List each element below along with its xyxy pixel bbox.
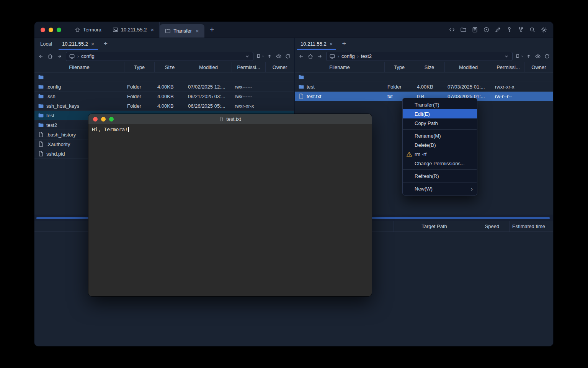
file-owner-cell (265, 92, 294, 101)
close-tab-icon[interactable]: × (330, 41, 333, 47)
file-row-config[interactable]: .configFolder4.00KB07/02/2025 12:...rwx-… (34, 82, 294, 92)
new-tab-button[interactable]: + (100, 38, 112, 50)
pencil-icon[interactable] (494, 26, 501, 34)
close-tab-icon[interactable]: × (91, 41, 95, 47)
back-button[interactable] (36, 52, 45, 61)
file-table-header: FilenameTypeSizeModifiedPermissi...Owner (34, 62, 294, 72)
panel-tab-local[interactable]: Local (35, 38, 57, 50)
upload-button[interactable] (265, 52, 274, 61)
menu-item-transfer-t[interactable]: Transfer(T) (403, 100, 477, 109)
code-icon[interactable] (448, 26, 456, 34)
editor-titlebar[interactable]: test.txt (88, 114, 372, 124)
column-header-permissi[interactable]: Permissi... (492, 62, 524, 72)
new-tab-button[interactable]: + (204, 22, 220, 38)
titlebar: Termora10.211.55.2×Transfer×+ (34, 22, 553, 38)
file-name-cell (295, 72, 384, 82)
titlebar-tab-10-211-55-2[interactable]: 10.211.55.2× (107, 22, 160, 38)
submenu-chevron-icon: › (471, 186, 473, 192)
file-size-cell: 4.00KB (414, 82, 444, 91)
panel-tab-10-211-55-2[interactable]: 10.211.55.2× (57, 38, 99, 50)
new-tab-button[interactable]: + (338, 38, 350, 50)
close-tab-icon[interactable]: × (196, 28, 199, 34)
column-header-owner[interactable]: Owner (265, 62, 294, 72)
home-button[interactable] (306, 52, 315, 61)
menu-item-edit-e[interactable]: Edit(E) (403, 109, 477, 118)
file-row-parent[interactable] (34, 72, 294, 82)
record-icon[interactable] (482, 26, 490, 34)
back-button[interactable] (297, 52, 305, 61)
file-row-parent[interactable] (295, 72, 553, 82)
path-segment[interactable]: config (81, 53, 95, 59)
path-bar[interactable]: ›config (66, 52, 253, 61)
upload-button[interactable] (524, 52, 533, 61)
editor-content[interactable]: Hi, Termora! (88, 124, 372, 296)
file-size-cell (414, 72, 444, 82)
zoom-window-button[interactable] (57, 28, 61, 32)
file-name-cell (34, 72, 124, 82)
file-type-cell: Folder (384, 82, 414, 91)
gear-icon[interactable] (540, 26, 547, 34)
menu-item-delete-d[interactable]: Delete(D) (403, 140, 477, 150)
home-button[interactable] (46, 52, 54, 61)
file-name: test.txt (307, 94, 321, 99)
column-header-owner[interactable]: Owner (524, 62, 553, 72)
column-header-type[interactable]: Type (124, 62, 154, 72)
show-hidden-button[interactable] (274, 52, 283, 61)
column-header-type[interactable]: Type (384, 62, 414, 72)
bookmark-button[interactable] (256, 52, 265, 61)
menu-item-refresh-r[interactable]: Refresh(R) (403, 171, 477, 181)
key-icon[interactable] (505, 26, 513, 34)
column-header-size[interactable]: Size (414, 62, 444, 72)
menu-item-rename-m[interactable]: Rename(M) (403, 131, 477, 140)
branch-icon[interactable] (517, 26, 524, 34)
file-icon (38, 131, 44, 138)
refresh-button[interactable] (542, 52, 551, 61)
chevron-down-icon[interactable] (503, 53, 510, 59)
menu-item-change-permissions[interactable]: Change Permissions... (403, 159, 477, 168)
minimize-window-button[interactable] (49, 28, 53, 32)
column-header-modified[interactable]: Modified (444, 62, 492, 72)
folder-icon (38, 93, 44, 99)
file-permissions-cell: rwxr-xr-x (492, 82, 524, 91)
editor-minimize-button[interactable] (101, 117, 106, 122)
column-header-filename[interactable]: Filename (295, 62, 384, 72)
file-type-cell: Folder (124, 101, 154, 110)
menu-separator (403, 182, 477, 182)
titlebar-tab-transfer[interactable]: Transfer× (160, 24, 204, 38)
forward-button[interactable] (315, 52, 324, 61)
column-header-size[interactable]: Size (154, 62, 185, 72)
file-row-test[interactable]: testFolder4.00KB07/03/2025 01:...rwxr-xr… (295, 82, 553, 92)
editor-window[interactable]: test.txt Hi, Termora! (88, 114, 372, 296)
folder-icon (165, 28, 171, 34)
file-type-cell (384, 72, 414, 82)
titlebar-tab-termora[interactable]: Termora (69, 22, 107, 38)
file-name-cell: ssh_host_keys (34, 101, 124, 110)
path-segment[interactable]: test2 (361, 53, 372, 59)
column-header-modified[interactable]: Modified (185, 62, 232, 72)
file-modified-cell (444, 72, 492, 82)
editor-zoom-button[interactable] (109, 117, 114, 122)
close-tab-icon[interactable]: × (150, 27, 154, 33)
path-bar[interactable]: ›config›test2 (326, 52, 513, 61)
panel-tab-10-211-55-2[interactable]: 10.211.55.2× (296, 38, 338, 50)
bookmark-button[interactable] (515, 52, 524, 61)
refresh-button[interactable] (283, 52, 292, 61)
show-hidden-button[interactable] (533, 52, 542, 61)
text-cursor (128, 127, 129, 132)
menu-item-copy-path[interactable]: Copy Path (403, 118, 477, 128)
editor-close-button[interactable] (93, 117, 98, 122)
menu-item-new-w[interactable]: New(W)› (403, 184, 477, 193)
log-icon[interactable] (471, 26, 479, 34)
folder-icon[interactable] (459, 26, 467, 34)
column-header-permissi[interactable]: Permissi... (232, 62, 265, 72)
path-segment[interactable]: config (341, 53, 355, 59)
menu-item-rm-rf[interactable]: rm -rf (403, 150, 477, 159)
path-separator-icon: › (77, 54, 79, 59)
forward-button[interactable] (55, 52, 64, 61)
file-row-ssh-host-keys[interactable]: ssh_host_keysFolder4.00KB06/26/2025 05:.… (34, 101, 294, 111)
chevron-down-icon[interactable] (244, 53, 250, 59)
search-icon[interactable] (528, 26, 536, 34)
file-row-ssh[interactable]: .sshFolder4.00KB06/21/2025 03:...rwx----… (34, 92, 294, 101)
close-window-button[interactable] (41, 28, 45, 32)
column-header-filename[interactable]: Filename (34, 62, 124, 72)
